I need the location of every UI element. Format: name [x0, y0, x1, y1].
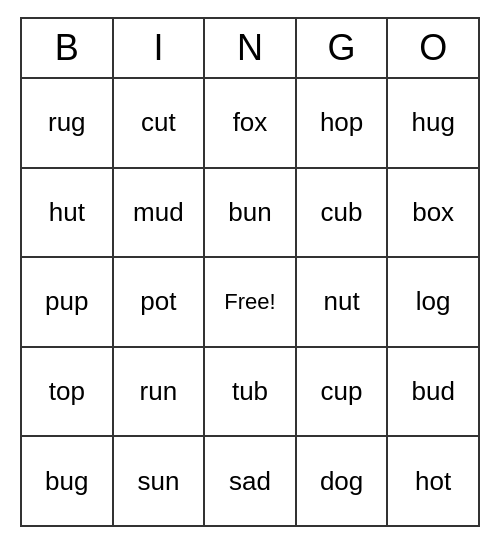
bingo-cell-2-1: pot — [114, 258, 206, 346]
bingo-body: rugcutfoxhophughutmudbuncubboxpuppotFree… — [22, 79, 478, 525]
bingo-cell-4-4: hot — [388, 437, 478, 525]
header-letter-o: O — [388, 19, 478, 77]
bingo-card: BINGO rugcutfoxhophughutmudbuncubboxpupp… — [20, 17, 480, 527]
bingo-cell-0-2: fox — [205, 79, 297, 167]
bingo-cell-0-4: hug — [388, 79, 478, 167]
bingo-cell-3-4: bud — [388, 348, 478, 436]
bingo-row-1: hutmudbuncubbox — [22, 169, 478, 259]
bingo-cell-1-3: cub — [297, 169, 389, 257]
bingo-cell-2-4: log — [388, 258, 478, 346]
header-letter-b: B — [22, 19, 114, 77]
bingo-row-0: rugcutfoxhophug — [22, 79, 478, 169]
bingo-cell-1-2: bun — [205, 169, 297, 257]
bingo-cell-0-1: cut — [114, 79, 206, 167]
bingo-cell-4-0: bug — [22, 437, 114, 525]
bingo-cell-3-2: tub — [205, 348, 297, 436]
bingo-cell-1-0: hut — [22, 169, 114, 257]
bingo-cell-3-3: cup — [297, 348, 389, 436]
bingo-row-4: bugsunsaddoghot — [22, 437, 478, 525]
bingo-cell-3-1: run — [114, 348, 206, 436]
bingo-cell-3-0: top — [22, 348, 114, 436]
bingo-cell-2-3: nut — [297, 258, 389, 346]
bingo-cell-1-4: box — [388, 169, 478, 257]
bingo-cell-4-1: sun — [114, 437, 206, 525]
bingo-cell-2-2: Free! — [205, 258, 297, 346]
bingo-cell-4-3: dog — [297, 437, 389, 525]
header-letter-n: N — [205, 19, 297, 77]
bingo-cell-4-2: sad — [205, 437, 297, 525]
bingo-cell-1-1: mud — [114, 169, 206, 257]
header-letter-g: G — [297, 19, 389, 77]
bingo-cell-0-0: rug — [22, 79, 114, 167]
bingo-cell-0-3: hop — [297, 79, 389, 167]
header-letter-i: I — [114, 19, 206, 77]
bingo-row-3: topruntubcupbud — [22, 348, 478, 438]
bingo-row-2: puppotFree!nutlog — [22, 258, 478, 348]
bingo-cell-2-0: pup — [22, 258, 114, 346]
bingo-header: BINGO — [22, 19, 478, 79]
